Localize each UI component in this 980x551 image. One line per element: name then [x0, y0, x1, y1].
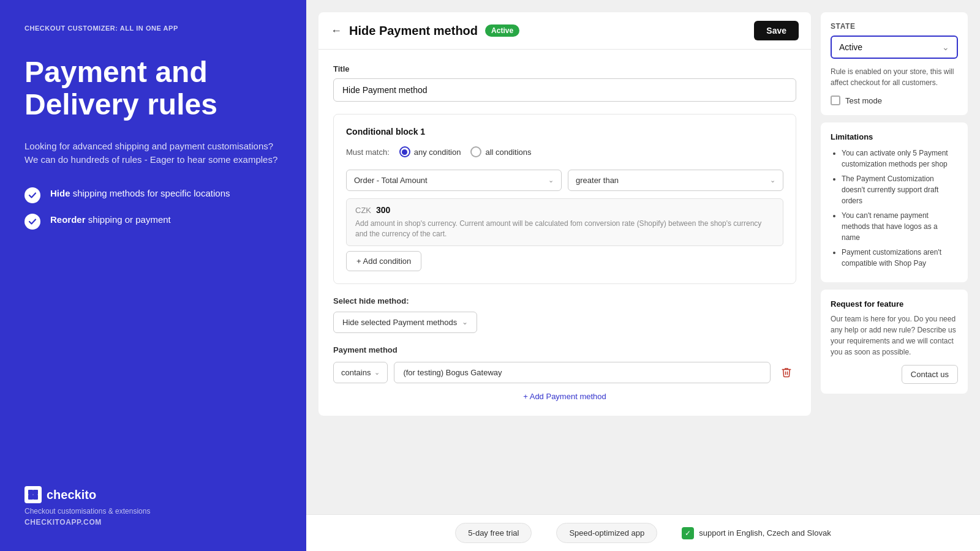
payment-value-input[interactable] — [394, 362, 771, 383]
limitation-item-3: You can't rename payment methods that ha… — [842, 210, 958, 243]
chevron-down-icon: ⌄ — [548, 176, 554, 184]
radio-any-label: any condition — [414, 148, 461, 157]
support-row: ✓ support in English, Czech and Slovak — [682, 527, 831, 539]
delete-payment-button[interactable] — [777, 362, 796, 382]
limitations-card: Limitations You can activate only 5 Paym… — [821, 122, 968, 282]
payment-operator-select[interactable]: contains ⌄ — [333, 362, 388, 383]
sidebar-url: CHECKITOAPP.COM — [24, 518, 282, 527]
add-condition-button[interactable]: + Add condition — [346, 251, 421, 271]
page-header: ← Hide Payment method Active Save — [318, 12, 811, 50]
limitation-item-4: Payment customizations aren't compatible… — [842, 247, 958, 269]
svg-rect-1 — [33, 490, 38, 495]
currency-label: CZK — [355, 206, 371, 215]
back-button[interactable]: ← — [331, 24, 342, 37]
block-title: Conditional block 1 — [346, 127, 783, 137]
form-card: Title Conditional block 1 Must match: an… — [318, 50, 811, 416]
center-panel: ← Hide Payment method Active Save Title … — [318, 12, 811, 539]
feature-text-1: Hide shipping methods for specific locat… — [50, 187, 230, 200]
request-title: Request for feature — [831, 299, 958, 309]
feature-rest-2: shipping or payment — [86, 214, 171, 225]
hide-method-value: Hide selected Payment methods — [342, 318, 457, 327]
trial-pill: 5-day free trial — [455, 523, 532, 543]
condition-field-label: Order - Total Amount — [354, 176, 428, 185]
state-label: State — [831, 22, 958, 31]
hide-method-select[interactable]: Hide selected Payment methods ⌄ — [333, 312, 477, 333]
sidebar-description: Looking for advanced shipping and paymen… — [24, 140, 282, 167]
payment-method-label: Payment method — [333, 345, 796, 354]
condition-operator-select[interactable]: greater than ⌄ — [568, 170, 783, 191]
add-payment-link[interactable]: + Add Payment method — [333, 392, 796, 401]
logo: checkito — [24, 486, 282, 503]
state-selected-value: Active — [839, 42, 862, 52]
limitations-list: You can activate only 5 Payment customiz… — [831, 148, 958, 269]
contact-button[interactable]: Contact us — [902, 365, 958, 384]
payment-method-row: contains ⌄ — [333, 362, 796, 383]
sidebar-tagline: Checkout customisations & extensions — [24, 507, 282, 515]
title-section: Title — [333, 64, 796, 102]
check-icon-2 — [24, 214, 40, 230]
svg-rect-2 — [28, 495, 33, 500]
radio-all-label: all conditions — [485, 148, 531, 157]
speed-pill: Speed-optimized app — [556, 523, 657, 543]
request-feature-card: Request for feature Our team is here for… — [821, 290, 968, 394]
chevron-down-icon-4: ⌄ — [374, 369, 380, 377]
test-mode-row[interactable]: Test mode — [831, 96, 958, 105]
amount-value[interactable]: 300 — [376, 205, 390, 215]
amount-input-row: CZK 300 Add amount in shop's currency. C… — [346, 198, 783, 246]
state-card: State Active ⌄ Rule is enabled on your s… — [821, 12, 968, 115]
conditional-block: Conditional block 1 Must match: any cond… — [333, 114, 796, 284]
feature-bold-1: Hide — [50, 188, 70, 198]
must-match-row: Must match: any condition all conditions — [346, 146, 783, 157]
payment-method-section: Payment method contains ⌄ + Add Payment … — [333, 345, 796, 401]
logo-icon — [24, 486, 42, 503]
sidebar-feature-1: Hide shipping methods for specific locat… — [24, 187, 282, 203]
sidebar-feature-2: Reorder shipping or payment — [24, 213, 282, 230]
chevron-down-icon-2: ⌄ — [770, 176, 775, 184]
title-label: Title — [333, 64, 796, 73]
svg-rect-0 — [28, 490, 33, 495]
hide-method-label: Select hide method: — [333, 296, 796, 305]
state-description: Rule is enabled on your store, this will… — [831, 66, 958, 88]
status-badge: Active — [485, 24, 519, 37]
radio-filled-icon — [399, 146, 410, 157]
logo-text: checkito — [47, 488, 96, 502]
sidebar-headline: Payment and Delivery rules — [24, 56, 282, 121]
main-area: ← Hide Payment method Active Save Title … — [306, 0, 980, 551]
check-icon-1 — [24, 187, 40, 203]
svg-rect-3 — [33, 495, 38, 500]
condition-operator-label: greater than — [576, 176, 619, 185]
limitation-item-2: The Payment Customization doesn't curren… — [842, 173, 958, 206]
state-select[interactable]: Active ⌄ — [831, 36, 958, 59]
feature-rest-1: shipping methods for specific locations — [70, 188, 230, 198]
sidebar: Checkout Customizer: All In One App Paym… — [0, 0, 306, 551]
test-mode-label: Test mode — [845, 96, 882, 105]
feature-bold-2: Reorder — [50, 214, 86, 225]
bottom-bar: 5-day free trial Speed-optimized app ✓ s… — [306, 514, 980, 551]
test-mode-checkbox[interactable] — [831, 96, 840, 105]
app-name: Checkout Customizer: All In One App — [24, 24, 282, 32]
radio-empty-icon — [470, 146, 481, 157]
support-check-icon: ✓ — [682, 527, 694, 539]
page-title: Hide Payment method — [349, 24, 478, 38]
hide-method-section: Select hide method: Hide selected Paymen… — [333, 296, 796, 333]
page-header-left: ← Hide Payment method Active — [331, 24, 519, 38]
condition-row: Order - Total Amount ⌄ greater than ⌄ — [346, 170, 783, 191]
chevron-down-icon-5: ⌄ — [942, 42, 949, 52]
limitations-title: Limitations — [831, 132, 958, 141]
radio-all-conditions[interactable]: all conditions — [470, 146, 531, 157]
title-input[interactable] — [333, 78, 796, 102]
request-description: Our team is here for you. Do you need an… — [831, 313, 958, 358]
feature-text-2: Reorder shipping or payment — [50, 213, 171, 226]
chevron-down-icon-3: ⌄ — [462, 318, 468, 326]
radio-any-condition[interactable]: any condition — [399, 146, 461, 157]
limitation-item-1: You can activate only 5 Payment customiz… — [842, 148, 958, 170]
condition-field-select[interactable]: Order - Total Amount ⌄ — [346, 170, 562, 191]
save-button[interactable]: Save — [754, 21, 799, 40]
support-label: support in English, Czech and Slovak — [699, 528, 831, 538]
amount-hint: Add amount in shop's currency. Current a… — [355, 219, 774, 239]
payment-operator-label: contains — [341, 368, 371, 377]
right-panel: State Active ⌄ Rule is enabled on your s… — [821, 12, 968, 539]
must-match-label: Must match: — [346, 148, 390, 157]
amount-input-inner: CZK 300 — [355, 205, 774, 215]
